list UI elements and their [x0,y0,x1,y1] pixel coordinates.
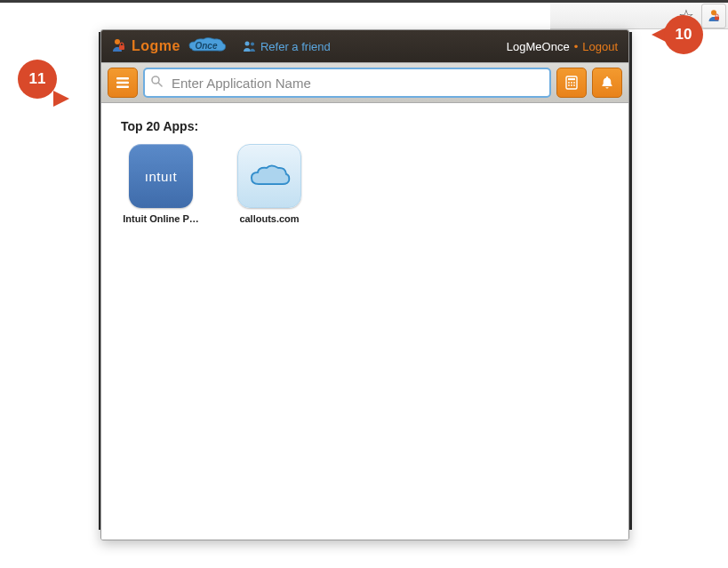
popup-header: Logme Once Refer a friend LogMeOnce • Lo… [101,30,628,62]
refer-friend-label: Refer a friend [260,40,331,53]
bell-icon [599,75,615,91]
svg-rect-3 [119,45,124,50]
svg-rect-9 [116,86,129,88]
page-underlay-right [629,32,632,530]
app-icon-intuit: ıntuıt [129,144,193,208]
calculator-button[interactable] [556,68,587,98]
svg-rect-8 [116,82,129,84]
logo-text-logme: Logme [132,38,180,54]
refer-friend-link[interactable]: Refer a friend [243,40,331,53]
svg-point-6 [251,43,254,46]
cloud-icon [248,163,291,189]
product-link[interactable]: LogMeOnce [507,40,570,53]
app-icon-text: ıntuıt [145,169,177,184]
app-tile-callouts[interactable]: callouts.com [229,144,309,224]
svg-point-14 [568,82,570,84]
svg-rect-7 [116,77,129,79]
logo-text-once: Once [182,36,234,57]
menu-button[interactable] [108,68,138,98]
hamburger-icon [115,75,131,91]
app-label: Intuit Online P… [121,213,201,224]
svg-line-11 [158,83,162,86]
extension-button[interactable] [701,4,726,28]
person-lock-icon [707,9,721,23]
logo-lock-icon [112,38,128,54]
section-title: Top 20 Apps: [121,119,609,133]
svg-text:Once: Once [195,41,217,51]
svg-point-17 [568,84,570,86]
svg-point-15 [571,82,572,84]
app-label: callouts.com [229,213,309,224]
logout-link[interactable]: Logout [582,40,618,53]
svg-point-2 [115,39,120,44]
app-icon-callouts [237,144,301,208]
extension-popup: Logme Once Refer a friend LogMeOnce • Lo… [100,29,629,540]
browser-toolbar-right: ☆ [550,3,728,29]
callout-badge-11: 11 [18,60,57,99]
svg-rect-1 [715,16,719,20]
search-field-wrap [143,68,551,98]
content-area: Top 20 Apps: ıntuıt Intuit Online P… cal… [101,103,628,540]
app-tile-intuit[interactable]: ıntuıt Intuit Online P… [121,144,201,224]
svg-point-18 [571,84,572,86]
svg-point-16 [573,82,575,84]
callout-badge-10: 10 [664,15,703,54]
toolbar [101,62,628,103]
search-input[interactable] [143,68,551,98]
svg-point-5 [244,42,249,46]
people-icon [243,40,257,52]
svg-point-19 [573,84,575,86]
svg-rect-13 [568,78,575,80]
callout-pointer-11 [53,91,69,107]
notifications-button[interactable] [592,68,622,98]
separator-dot: • [574,40,579,53]
apps-grid: ıntuıt Intuit Online P… callouts.com [121,144,609,224]
keypad-icon [564,75,580,91]
search-icon [150,75,163,91]
